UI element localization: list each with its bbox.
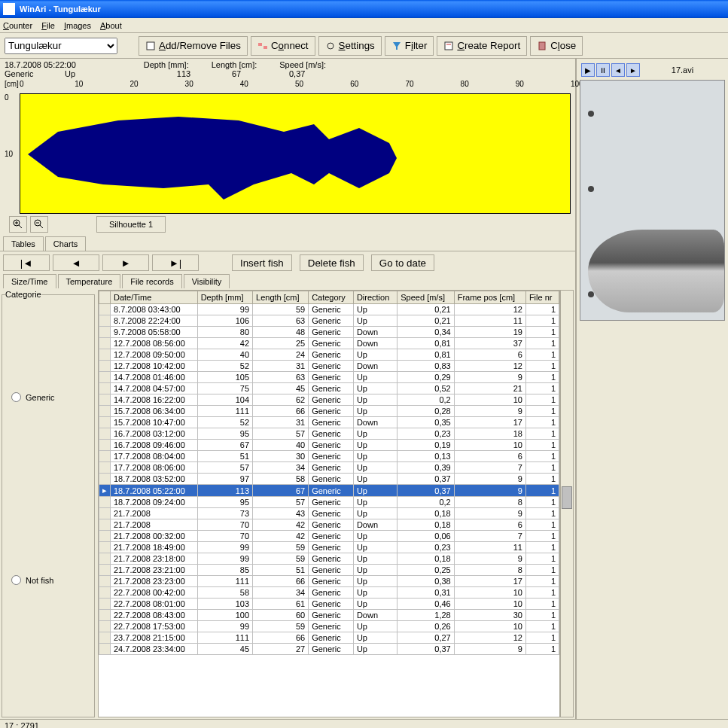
- table-row[interactable]: 21.7.2008 18:49:009959GenericUp0,23111: [99, 542, 559, 553]
- table-row[interactable]: 24.7.2008 23:34:004527GenericUp0,3791: [99, 644, 559, 655]
- video-panel: ▶ ⏸ ◄ ► 17.avi: [575, 59, 728, 719]
- nav-next-button[interactable]: ►: [102, 254, 149, 271]
- subtab-files[interactable]: File records: [122, 274, 181, 288]
- subtab-vis[interactable]: Visibility: [184, 274, 230, 288]
- subtab-temp[interactable]: Temperature: [58, 274, 121, 288]
- menu-about[interactable]: About: [100, 21, 122, 30]
- close-button[interactable]: Close: [530, 36, 583, 56]
- table-row[interactable]: 15.7.2008 06:34:0011166GenericUp0,2891: [99, 406, 559, 417]
- toolbar: Tungulækur Add/Remove Files Connect Sett…: [0, 33, 728, 59]
- filter-button[interactable]: Filter: [385, 36, 434, 56]
- video-pause-icon[interactable]: ⏸: [596, 63, 610, 77]
- table-row[interactable]: 12.7.2008 10:42:005231GenericDown0,83121: [99, 361, 559, 372]
- table-row[interactable]: 22.7.2008 08:43:0010060GenericDown1,2830…: [99, 610, 559, 621]
- app-icon: [3, 3, 15, 15]
- radio-generic[interactable]: [11, 392, 21, 402]
- table-row[interactable]: 14.7.2008 04:57:007545GenericUp0,52211: [99, 383, 559, 394]
- silhouette-chart: [cm] 0102030405060708090100 0 10: [0, 80, 575, 214]
- table-row[interactable]: 21.7.20087042GenericDown0,1861: [99, 519, 559, 531]
- table-row[interactable]: 14.7.2008 01:46:0010563GenericUp0,2991: [99, 372, 559, 383]
- tab-tables[interactable]: Tables: [3, 236, 44, 251]
- categorie-panel: Categorie Generic Not fish: [2, 290, 95, 717]
- table-row[interactable]: 16.7.2008 03:12:009557GenericUp0,23181: [99, 428, 559, 440]
- table-row[interactable]: 17.7.2008 08:04:005130GenericUp0,1361: [99, 451, 559, 462]
- settings-button[interactable]: Settings: [318, 36, 382, 56]
- table-row[interactable]: 21.7.2008 23:18:009959GenericUp0,1891: [99, 553, 559, 565]
- video-frame: [580, 80, 725, 321]
- status-bar: 17 : 2791: [0, 719, 728, 728]
- table-row[interactable]: 17.7.2008 08:06:005734GenericUp0,3971: [99, 462, 559, 474]
- table-row[interactable]: 14.7.2008 16:22:0010462GenericUp0,2101: [99, 394, 559, 406]
- zoom-in-button[interactable]: [9, 216, 27, 233]
- nav-first-button[interactable]: |◄: [3, 254, 50, 271]
- svg-rect-0: [147, 42, 154, 50]
- table-row[interactable]: 18.7.2008 09:24:009557GenericUp0,281: [99, 497, 559, 508]
- svg-line-12: [40, 225, 43, 228]
- video-play-icon[interactable]: ▶: [581, 63, 595, 77]
- insert-fish-button[interactable]: Insert fish: [232, 254, 292, 271]
- menu-images[interactable]: Images: [64, 21, 91, 30]
- table-row[interactable]: 8.7.2008 03:43:009959GenericUp0,21121: [99, 304, 559, 315]
- menu-file[interactable]: File: [41, 21, 55, 30]
- table-row[interactable]: ▸18.7.2008 05:22:0011367GenericUp0,3791: [99, 485, 559, 497]
- table-row[interactable]: 21.7.20087343GenericUp0,1891: [99, 508, 559, 519]
- goto-date-button[interactable]: Go to date: [371, 254, 434, 271]
- svg-point-3: [327, 43, 334, 49]
- menu-counter[interactable]: Counter: [3, 21, 32, 30]
- video-filename: 17.avi: [641, 65, 723, 75]
- vertical-scrollbar[interactable]: [560, 290, 574, 717]
- svg-line-8: [19, 225, 22, 228]
- info-bar: 18.7.2008 05:22:00 Depth [mm]: Length [c…: [0, 59, 575, 80]
- window-title: WinAri - Tungulækur: [20, 5, 101, 14]
- silhouette-canvas: [20, 93, 571, 214]
- info-datetime: 18.7.2008 05:22:00: [5, 60, 76, 69]
- zoom-out-button[interactable]: [30, 216, 48, 233]
- connect-button[interactable]: Connect: [251, 36, 315, 56]
- svg-rect-4: [445, 42, 452, 50]
- svg-rect-1: [258, 43, 262, 46]
- table-row[interactable]: 22.7.2008 08:01:0010361GenericUp0,46101: [99, 599, 559, 610]
- table-row[interactable]: 9.7.2008 05:58:008048GenericDown0,34191: [99, 327, 559, 338]
- add-remove-files-button[interactable]: Add/Remove Files: [139, 36, 248, 56]
- data-grid[interactable]: Date/TimeDepth [mm]Length [cm]CategoryDi…: [98, 290, 560, 717]
- nav-last-button[interactable]: ►|: [152, 254, 199, 271]
- nav-prev-button[interactable]: ◄: [53, 254, 99, 271]
- svg-rect-2: [263, 46, 267, 49]
- table-row[interactable]: 21.7.2008 23:21:008551GenericUp0,2581: [99, 565, 559, 576]
- location-dropdown[interactable]: Tungulækur: [5, 38, 117, 54]
- table-row[interactable]: 8.7.2008 22:24:0010663GenericUp0,21111: [99, 315, 559, 327]
- table-row[interactable]: 15.7.2008 10:47:005231GenericDown0,35171: [99, 417, 559, 428]
- tab-charts[interactable]: Charts: [45, 236, 86, 251]
- table-row[interactable]: 22.7.2008 17:53:009959GenericUp0,26101: [99, 621, 559, 632]
- table-row[interactable]: 22.7.2008 00:42:005834GenericUp0,31101: [99, 587, 559, 599]
- menubar: Counter File Images About: [0, 18, 728, 33]
- table-row[interactable]: 12.7.2008 08:56:004225GenericDown0,81371: [99, 338, 559, 349]
- y-ruler: 0 10: [5, 93, 20, 214]
- radio-notfish[interactable]: [11, 575, 21, 585]
- video-next-icon[interactable]: ►: [626, 63, 640, 77]
- table-row[interactable]: 12.7.2008 09:50:004024GenericUp0,8161: [99, 349, 559, 361]
- table-row[interactable]: 23.7.2008 21:15:0011166GenericUp0,27121: [99, 632, 559, 644]
- silhouette-tab[interactable]: Silhouette 1: [96, 216, 166, 233]
- svg-rect-6: [539, 42, 545, 50]
- table-row[interactable]: 21.7.2008 00:32:007042GenericUp0,0671: [99, 531, 559, 542]
- table-row[interactable]: 18.7.2008 03:52:009758GenericUp0,3791: [99, 474, 559, 485]
- subtab-size[interactable]: Size/Time: [3, 274, 56, 288]
- table-row[interactable]: 16.7.2008 09:46:006740GenericUp0,19101: [99, 440, 559, 451]
- titlebar: WinAri - Tungulækur: [0, 0, 728, 18]
- x-ruler: 0102030405060708090100: [20, 80, 571, 93]
- video-prev-icon[interactable]: ◄: [611, 63, 625, 77]
- fish-photo: [588, 230, 724, 312]
- delete-fish-button[interactable]: Delete fish: [300, 254, 364, 271]
- create-report-button[interactable]: Create Report: [437, 36, 527, 56]
- table-row[interactable]: 21.7.2008 23:23:0011166GenericUp0,38171: [99, 576, 559, 587]
